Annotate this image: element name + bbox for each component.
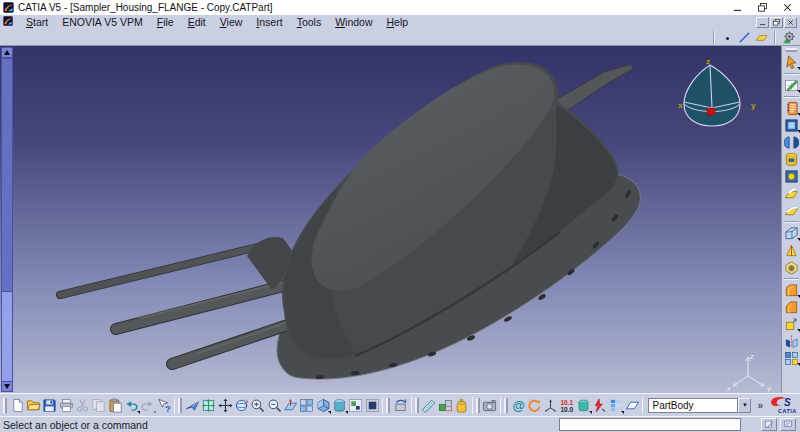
menu-view[interactable]: View	[213, 16, 250, 28]
pocket-button[interactable]	[782, 117, 800, 134]
toolbar-drag-handle[interactable]	[786, 48, 797, 52]
zoom-in-button[interactable]	[250, 396, 266, 415]
menu-start[interactable]: Start	[19, 16, 55, 28]
open-folder-button[interactable]	[25, 396, 41, 415]
partbody-combo-value[interactable]: PartBody	[648, 398, 738, 413]
menu-help[interactable]: Help	[380, 16, 416, 28]
doc-close-button[interactable]	[784, 17, 797, 28]
chamfer-corner-button[interactable]	[782, 299, 800, 316]
model-part[interactable]	[60, 62, 640, 379]
groove-button[interactable]	[782, 151, 800, 168]
partbody-combo[interactable]: PartBody ▼	[648, 398, 751, 413]
menu-insert[interactable]: Insert	[249, 16, 289, 28]
3d-viewport[interactable]: z x y z x y	[0, 46, 781, 393]
iso-cube-button[interactable]	[315, 396, 331, 415]
vpm-button[interactable]	[526, 396, 542, 415]
knowledge-button[interactable]	[592, 396, 608, 415]
fit-all-button[interactable]	[201, 396, 217, 415]
mean-dim-button[interactable]: 10.110.0	[559, 396, 575, 415]
viewport-scrollbar[interactable]	[1, 47, 13, 392]
surface-button[interactable]	[624, 396, 640, 415]
combo-dropdown-button[interactable]: ▼	[738, 398, 751, 413]
hide-show-button[interactable]	[348, 396, 364, 415]
slot-button[interactable]	[782, 202, 800, 219]
restore-button[interactable]	[750, 0, 775, 15]
toolbar-drag-handle[interactable]	[476, 398, 480, 413]
select-button[interactable]	[782, 54, 800, 71]
print-button[interactable]	[58, 396, 74, 415]
shaft-button[interactable]	[782, 134, 800, 151]
new-file-button[interactable]	[9, 396, 25, 415]
win-close-icon	[781, 1, 794, 14]
toolbar-separator	[472, 397, 473, 414]
toolbar-drag-handle[interactable]	[415, 398, 419, 413]
line-button[interactable]	[736, 28, 753, 47]
catalog-gear-button[interactable]	[780, 28, 797, 47]
normal-view-button[interactable]	[282, 396, 298, 415]
command-input[interactable]	[559, 418, 741, 431]
toolbar-drag-handle[interactable]	[504, 398, 508, 413]
multi-view-button[interactable]	[299, 396, 315, 415]
pan-button[interactable]	[217, 396, 233, 415]
undo-button[interactable]	[123, 396, 139, 415]
toolbar-drag-handle[interactable]	[3, 398, 7, 413]
doc-minimize-button[interactable]	[756, 17, 769, 28]
scrollbar-up-button[interactable]	[1, 47, 13, 58]
axis-system-button[interactable]	[543, 396, 559, 415]
measure-button[interactable]	[421, 396, 437, 415]
analysis-cyl-button[interactable]	[575, 396, 591, 415]
zoom-out-button[interactable]	[266, 396, 282, 415]
dialog-toggle-button[interactable]	[780, 418, 796, 431]
whats-this-button[interactable]: ?	[156, 396, 172, 415]
capture-icon	[482, 398, 497, 413]
swap-space-button[interactable]	[364, 396, 380, 415]
rib-button[interactable]	[782, 185, 800, 202]
sketch-button[interactable]	[782, 77, 800, 94]
minimize-button[interactable]	[725, 0, 750, 15]
pad-button[interactable]	[782, 100, 800, 117]
fly-button[interactable]	[184, 396, 200, 415]
toolbar-drag-handle[interactable]	[386, 398, 390, 413]
compass-base-handle[interactable]	[707, 108, 715, 115]
shell-button[interactable]	[782, 259, 800, 276]
close-button[interactable]	[775, 0, 800, 15]
toolbar-drag-handle[interactable]	[178, 398, 182, 413]
menu-window[interactable]: Window	[328, 16, 379, 28]
measure-item-button[interactable]	[437, 396, 453, 415]
transform-button[interactable]	[782, 316, 800, 333]
menu-enovia-v5-vpm[interactable]: ENOVIA V5 VPM	[55, 16, 150, 28]
chamfer-button[interactable]	[782, 225, 800, 242]
design-table-button[interactable]	[608, 396, 624, 415]
menu-file[interactable]: File	[150, 16, 181, 28]
capture-button[interactable]	[482, 396, 498, 415]
line-icon	[737, 30, 752, 45]
mirror-button[interactable]	[782, 333, 800, 350]
svg-text:?: ?	[165, 403, 171, 412]
www-button[interactable]: @	[510, 396, 526, 415]
render-style-button[interactable]	[331, 396, 347, 415]
chamfer-corner-icon	[784, 300, 799, 315]
material-button[interactable]	[453, 396, 469, 415]
fillet-button[interactable]	[782, 282, 800, 299]
scrollbar-thumb[interactable]	[1, 58, 13, 292]
power-input-button[interactable]	[761, 418, 777, 431]
rotate3d-button[interactable]	[233, 396, 249, 415]
catia-brand-text: CATIA	[778, 408, 797, 414]
view-compass[interactable]: z x y	[676, 56, 760, 130]
save-button[interactable]	[42, 396, 58, 415]
toolbar-overflow-chevron[interactable]: »	[757, 400, 763, 411]
menu-tools[interactable]: Tools	[290, 16, 329, 28]
rotate3d-icon	[234, 398, 249, 413]
doc-restore-button[interactable]	[770, 17, 783, 28]
plane-button[interactable]	[753, 28, 770, 47]
paste-button[interactable]	[107, 396, 123, 415]
menu-edit[interactable]: Edit	[181, 16, 213, 28]
toolbar-separator	[784, 73, 799, 75]
draft-button[interactable]	[782, 242, 800, 259]
catia-app-icon	[3, 2, 14, 13]
exchange-button[interactable]	[392, 396, 408, 415]
point-button[interactable]	[719, 28, 736, 47]
hole-button[interactable]	[782, 168, 800, 185]
pattern-button[interactable]	[782, 350, 800, 367]
scrollbar-down-button[interactable]	[1, 381, 13, 392]
